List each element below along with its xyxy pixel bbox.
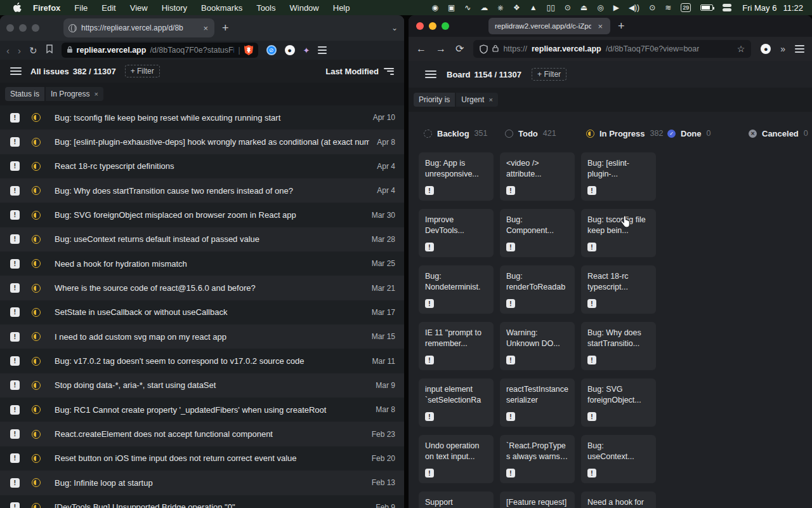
menu-view[interactable]: View [130, 3, 148, 13]
kanban-card[interactable]: Bug: useContext... ! [581, 435, 656, 483]
sort-label[interactable]: Last Modified [325, 67, 379, 76]
issue-row[interactable]: ! Bug: SVG foreignObject misplaced on br… [0, 203, 404, 227]
volume-icon[interactable]: ◀)) [629, 4, 639, 11]
menu-bookmarks[interactable]: Bookmarks [201, 3, 242, 13]
kanban-card[interactable]: input element `setSelectionRa ! [419, 378, 494, 427]
left-url-bar[interactable]: repliear.vercel.app /d/8bTaoq7F0e?status… [62, 43, 258, 58]
overflow-menu-icon[interactable]: » [780, 44, 785, 54]
assist-icon[interactable]: ⊙ [649, 4, 655, 11]
kanban-card[interactable]: Improve DevTools... ! [419, 209, 494, 257]
wifi-icon[interactable]: ≋ [665, 4, 671, 11]
issue-row[interactable]: ! Bug: useContext returns default instea… [0, 227, 404, 251]
kanban-card[interactable]: Warning: Unknown DO... ! [500, 322, 575, 370]
zoom-window-button[interactable] [32, 24, 39, 32]
issue-row[interactable]: ! Reset button on iOS time input does no… [0, 446, 404, 471]
issue-row[interactable]: ! Need a hook for hydration mismatch Mar… [0, 251, 404, 276]
new-tab-button[interactable]: + [618, 20, 625, 33]
apple-icon[interactable] [13, 3, 22, 13]
browser-menu-icon[interactable] [795, 45, 804, 53]
filter-value-chip[interactable]: Urgent × [456, 93, 497, 107]
play-circle-icon[interactable]: ▶ [613, 4, 619, 11]
reload-button[interactable]: ⟳ [455, 44, 464, 54]
control-center-icon[interactable] [723, 4, 733, 11]
zoom-window-button[interactable] [442, 22, 449, 30]
bookmark-star-icon[interactable]: ☆ [737, 44, 745, 54]
triangle-app-icon[interactable]: ▲ [530, 4, 537, 11]
kanban-card[interactable]: Bug: SVG foreignObject... ! [581, 378, 656, 427]
minimize-window-button[interactable] [19, 24, 27, 32]
right-url-bar[interactable]: https:// repliear.vercel.app /d/8bTaoq7F… [473, 40, 751, 58]
filter-field-chip[interactable]: Status is [5, 87, 44, 101]
issue-row[interactable]: ! Bug: RC1 Cannot create property '_upda… [0, 398, 404, 422]
tab-close-button[interactable]: × [596, 22, 604, 31]
docker-icon[interactable]: ⎈ [497, 4, 504, 11]
power-circle-icon[interactable]: ◎ [597, 4, 603, 11]
upload-box-icon[interactable]: ⏏ [580, 4, 587, 11]
github-extension-icon[interactable]: ● [761, 44, 771, 54]
issue-row[interactable]: ! React.createElement does not accept fu… [0, 422, 404, 446]
kanban-card[interactable]: Bug: App is unresponsive... ! [419, 152, 494, 201]
back-button[interactable]: ‹ [6, 46, 10, 55]
menubar-clock[interactable]: Fri May 6 11:22 [742, 3, 803, 13]
issue-row[interactable]: ! Bug: [eslint-plugin-exhaustive-deps] h… [0, 130, 404, 154]
kanban-card[interactable]: <video /> attribute... ! [500, 152, 575, 201]
issue-row[interactable]: ! Bug: tsconfig file keep being reset wh… [0, 105, 404, 130]
issue-row[interactable]: ! I need to add custom svg map on my rea… [0, 324, 404, 349]
kanban-card[interactable]: `React.PropTypes always warns ab ! [500, 435, 575, 483]
right-browser-tab[interactable]: replidraw2.vercel.app/d/c-iZpq × [488, 18, 610, 34]
remove-filter-icon[interactable]: × [488, 96, 492, 104]
forward-button[interactable]: › [18, 46, 21, 55]
bookmark-icon[interactable] [46, 44, 53, 56]
add-filter-button[interactable]: + Filter [532, 68, 566, 81]
left-traffic-lights[interactable] [6, 24, 39, 32]
kanban-card[interactable]: Bug: Nondeterminist. ! [419, 265, 494, 314]
reload-button[interactable]: ↻ [29, 46, 37, 55]
kanban-card[interactable]: IE 11 "prompt to remember... ! [419, 322, 494, 370]
lock-icon[interactable] [492, 43, 499, 55]
back-button[interactable]: ← [416, 44, 426, 54]
issue-row[interactable]: ! Bug: Why does startTransition cause tw… [0, 178, 404, 203]
kanban-card[interactable]: reactTestInstance serializer ! [500, 378, 575, 427]
menu-tools[interactable]: Tools [256, 3, 275, 13]
menu-history[interactable]: History [162, 3, 187, 13]
github-extension-icon[interactable]: ● [285, 45, 295, 55]
camera-icon[interactable]: ▣ [448, 4, 455, 11]
right-traffic-lights[interactable] [416, 22, 449, 30]
kanban-card[interactable]: Bug: Why does startTransitio... ! [581, 322, 656, 370]
calendar-icon[interactable]: 29 [681, 3, 691, 12]
kanban-card[interactable]: Undo operation on text input... ! [419, 435, 494, 483]
issue-row[interactable]: ! Where is the source code of react@15.6… [0, 276, 404, 300]
filter-value-chip[interactable]: In Progress × [46, 87, 103, 101]
brave-shield-icon[interactable] [244, 45, 253, 55]
dropbox-icon[interactable]: ❖ [513, 4, 520, 11]
kanban-card[interactable]: React 18-rc typescript... ! [581, 265, 656, 314]
close-window-button[interactable] [6, 24, 14, 32]
kanban-card[interactable]: Bug: [eslint-plugin-... ! [581, 152, 656, 201]
tab-close-button[interactable]: × [202, 23, 209, 33]
menu-help[interactable]: Help [333, 3, 350, 13]
issue-row[interactable]: ! Bug: v17.0.2 tag doesn't seem to corre… [0, 349, 404, 373]
circled-zero-icon[interactable]: ⊙ [565, 4, 571, 11]
sidebar-toggle-icon[interactable] [425, 70, 436, 78]
kanban-card[interactable]: Bug: tsconfig file keep bein... ! [581, 209, 656, 257]
issue-row[interactable]: ! Bug: Infinite loop at startup Feb 13 [0, 471, 404, 495]
tab-list-chevron-icon[interactable]: ⌄ [391, 23, 398, 32]
issue-row[interactable]: ! React 18-rc typescript definitions Apr… [0, 154, 404, 178]
issue-row[interactable]: ! Stop doing data-*, aria-*, start using… [0, 373, 404, 398]
sort-order-icon[interactable] [384, 68, 394, 75]
window-tiles-icon[interactable]: ▯▯ [547, 4, 555, 11]
minimize-window-button[interactable] [429, 22, 436, 30]
add-filter-button[interactable]: + Filter [125, 65, 160, 77]
left-browser-tab[interactable]: https://repliear.vercel.app/d/8b × [63, 18, 214, 37]
menu-window[interactable]: Window [290, 3, 319, 13]
browser-menu-icon[interactable] [318, 46, 327, 54]
kanban-card[interactable]: Bug: renderToReadab ! [500, 265, 575, 314]
record-icon[interactable]: ◉ [431, 4, 438, 11]
cloud-icon[interactable]: ☁ [480, 4, 488, 11]
close-window-button[interactable] [416, 22, 424, 30]
extensions-icon[interactable]: ✦ [303, 46, 310, 55]
kanban-card[interactable]: Support asynchronous... ! [419, 491, 494, 508]
tracking-protection-shield-icon[interactable] [480, 44, 488, 54]
kanban-card[interactable]: Bug: Component... ! [500, 209, 575, 257]
menu-file[interactable]: File [74, 3, 88, 13]
